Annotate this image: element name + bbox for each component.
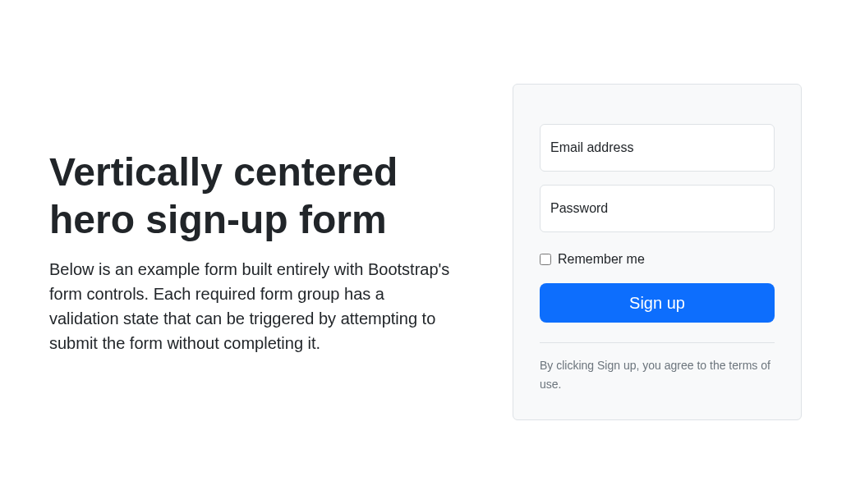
- hero-heading: Vertically centered hero sign-up form: [49, 149, 455, 243]
- remember-me-label[interactable]: Remember me: [558, 252, 645, 267]
- signup-button[interactable]: Sign up: [540, 283, 775, 323]
- hero-container: Vertically centered hero sign-up form Be…: [49, 84, 802, 420]
- hero-text-column: Vertically centered hero sign-up form Be…: [49, 149, 455, 355]
- password-field[interactable]: [540, 185, 775, 232]
- form-divider: [540, 342, 775, 343]
- terms-text: By clicking Sign up, you agree to the te…: [540, 356, 775, 393]
- remember-me-row: Remember me: [540, 252, 775, 267]
- remember-me-checkbox[interactable]: [540, 254, 551, 265]
- signup-form-card: Remember me Sign up By clicking Sign up,…: [513, 84, 802, 420]
- hero-description: Below is an example form built entirely …: [49, 257, 455, 355]
- email-field[interactable]: [540, 124, 775, 172]
- form-column: Remember me Sign up By clicking Sign up,…: [513, 84, 802, 420]
